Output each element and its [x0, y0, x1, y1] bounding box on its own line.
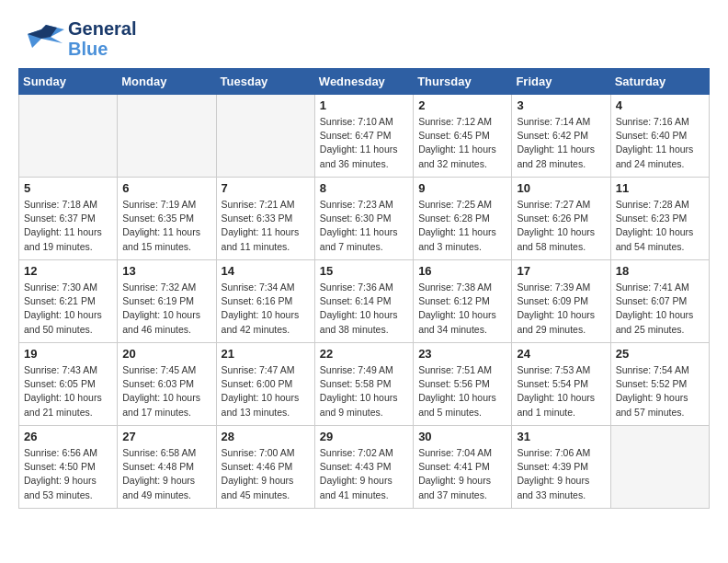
calendar-cell: 2Sunrise: 7:12 AM Sunset: 6:45 PM Daylig… [414, 95, 512, 178]
day-number: 20 [122, 347, 210, 361]
calendar-cell: 9Sunrise: 7:25 AM Sunset: 6:28 PM Daylig… [414, 178, 512, 260]
day-info: Sunrise: 7:04 AM Sunset: 4:41 PM Dayligh… [418, 446, 506, 502]
day-number: 15 [320, 264, 408, 278]
calendar-cell: 13Sunrise: 7:32 AM Sunset: 6:19 PM Dayli… [118, 260, 216, 343]
logo-blue: Blue [68, 39, 136, 59]
day-number: 16 [418, 264, 506, 278]
day-number: 19 [24, 347, 112, 361]
day-number: 17 [517, 264, 605, 278]
calendar-cell: 23Sunrise: 7:51 AM Sunset: 5:56 PM Dayli… [414, 343, 512, 426]
day-of-week-header: Friday [512, 69, 610, 95]
day-info: Sunrise: 7:41 AM Sunset: 6:07 PM Dayligh… [616, 281, 704, 337]
day-number: 24 [517, 347, 605, 361]
calendar-table: SundayMondayTuesdayWednesdayThursdayFrid… [18, 68, 710, 509]
calendar-cell: 18Sunrise: 7:41 AM Sunset: 6:07 PM Dayli… [610, 260, 709, 343]
day-info: Sunrise: 7:47 AM Sunset: 6:00 PM Dayligh… [222, 363, 310, 419]
day-number: 29 [320, 430, 408, 443]
calendar-cell: 14Sunrise: 7:34 AM Sunset: 6:16 PM Dayli… [216, 260, 314, 343]
day-number: 30 [418, 430, 506, 443]
day-info: Sunrise: 7:30 AM Sunset: 6:21 PM Dayligh… [24, 281, 112, 337]
day-info: Sunrise: 7:27 AM Sunset: 6:26 PM Dayligh… [517, 198, 605, 254]
day-number: 21 [222, 347, 310, 361]
calendar-cell: 15Sunrise: 7:36 AM Sunset: 6:14 PM Dayli… [314, 260, 413, 343]
day-number: 22 [320, 347, 408, 361]
day-of-week-header: Tuesday [216, 69, 314, 95]
day-of-week-header: Saturday [610, 69, 709, 95]
calendar-cell: 27Sunrise: 6:58 AM Sunset: 4:48 PM Dayli… [118, 426, 216, 509]
day-info: Sunrise: 7:45 AM Sunset: 6:03 PM Dayligh… [122, 363, 210, 419]
day-info: Sunrise: 7:19 AM Sunset: 6:35 PM Dayligh… [122, 198, 210, 254]
day-info: Sunrise: 7:43 AM Sunset: 6:05 PM Dayligh… [24, 363, 112, 419]
calendar-cell: 8Sunrise: 7:23 AM Sunset: 6:30 PM Daylig… [314, 178, 413, 260]
day-info: Sunrise: 6:56 AM Sunset: 4:50 PM Dayligh… [24, 446, 112, 502]
calendar-cell [216, 95, 314, 178]
calendar-cell: 16Sunrise: 7:38 AM Sunset: 6:12 PM Dayli… [414, 260, 512, 343]
day-info: Sunrise: 7:28 AM Sunset: 6:23 PM Dayligh… [616, 198, 704, 254]
calendar-cell: 19Sunrise: 7:43 AM Sunset: 6:05 PM Dayli… [19, 343, 118, 426]
calendar-cell [118, 95, 216, 178]
day-number: 8 [320, 181, 408, 195]
day-of-week-header: Wednesday [314, 69, 413, 95]
day-info: Sunrise: 7:21 AM Sunset: 6:33 PM Dayligh… [222, 198, 310, 254]
calendar-cell: 22Sunrise: 7:49 AM Sunset: 5:58 PM Dayli… [314, 343, 413, 426]
calendar-cell: 26Sunrise: 6:56 AM Sunset: 4:50 PM Dayli… [19, 426, 118, 509]
calendar-cell: 31Sunrise: 7:06 AM Sunset: 4:39 PM Dayli… [512, 426, 610, 509]
day-info: Sunrise: 7:25 AM Sunset: 6:28 PM Dayligh… [418, 198, 506, 254]
day-info: Sunrise: 7:02 AM Sunset: 4:43 PM Dayligh… [320, 446, 408, 502]
calendar-cell: 20Sunrise: 7:45 AM Sunset: 6:03 PM Dayli… [118, 343, 216, 426]
calendar-cell: 29Sunrise: 7:02 AM Sunset: 4:43 PM Dayli… [314, 426, 413, 509]
day-number: 26 [24, 430, 112, 443]
day-info: Sunrise: 7:34 AM Sunset: 6:16 PM Dayligh… [222, 281, 310, 337]
day-number: 10 [517, 181, 605, 195]
calendar-cell: 30Sunrise: 7:04 AM Sunset: 4:41 PM Dayli… [414, 426, 512, 509]
day-number: 27 [122, 430, 210, 443]
day-info: Sunrise: 6:58 AM Sunset: 4:48 PM Dayligh… [122, 446, 210, 502]
day-number: 2 [418, 98, 506, 112]
day-info: Sunrise: 7:14 AM Sunset: 6:42 PM Dayligh… [517, 115, 605, 171]
day-of-week-header: Sunday [19, 69, 118, 95]
calendar-cell: 1Sunrise: 7:10 AM Sunset: 6:47 PM Daylig… [314, 95, 413, 178]
day-info: Sunrise: 7:23 AM Sunset: 6:30 PM Dayligh… [320, 198, 408, 254]
day-number: 25 [616, 347, 704, 361]
logo-general: General [68, 18, 136, 39]
day-number: 1 [320, 98, 408, 112]
calendar-cell: 6Sunrise: 7:19 AM Sunset: 6:35 PM Daylig… [118, 178, 216, 260]
calendar-cell: 3Sunrise: 7:14 AM Sunset: 6:42 PM Daylig… [512, 95, 610, 178]
day-info: Sunrise: 7:51 AM Sunset: 5:56 PM Dayligh… [418, 363, 506, 419]
calendar-cell: 7Sunrise: 7:21 AM Sunset: 6:33 PM Daylig… [216, 178, 314, 260]
day-number: 23 [418, 347, 506, 361]
calendar-cell: 11Sunrise: 7:28 AM Sunset: 6:23 PM Dayli… [610, 178, 709, 260]
day-info: Sunrise: 7:53 AM Sunset: 5:54 PM Dayligh… [517, 363, 605, 419]
day-of-week-header: Monday [118, 69, 216, 95]
calendar-cell: 12Sunrise: 7:30 AM Sunset: 6:21 PM Dayli… [19, 260, 118, 343]
day-info: Sunrise: 7:36 AM Sunset: 6:14 PM Dayligh… [320, 281, 408, 337]
day-number: 6 [122, 181, 210, 195]
day-info: Sunrise: 7:00 AM Sunset: 4:46 PM Dayligh… [222, 446, 310, 502]
day-info: Sunrise: 7:39 AM Sunset: 6:09 PM Dayligh… [517, 281, 605, 337]
calendar-cell [19, 95, 118, 178]
day-info: Sunrise: 7:06 AM Sunset: 4:39 PM Dayligh… [517, 446, 605, 502]
calendar-cell: 24Sunrise: 7:53 AM Sunset: 5:54 PM Dayli… [512, 343, 610, 426]
day-number: 9 [418, 181, 506, 195]
calendar-cell [610, 426, 709, 509]
logo: General Blue [18, 18, 136, 59]
day-info: Sunrise: 7:38 AM Sunset: 6:12 PM Dayligh… [418, 281, 506, 337]
calendar-cell: 10Sunrise: 7:27 AM Sunset: 6:26 PM Dayli… [512, 178, 610, 260]
day-info: Sunrise: 7:54 AM Sunset: 5:52 PM Dayligh… [616, 363, 704, 419]
logo-icon [18, 20, 64, 57]
day-number: 5 [24, 181, 112, 195]
day-info: Sunrise: 7:18 AM Sunset: 6:37 PM Dayligh… [24, 198, 112, 254]
day-info: Sunrise: 7:12 AM Sunset: 6:45 PM Dayligh… [418, 115, 506, 171]
day-number: 13 [122, 264, 210, 278]
day-info: Sunrise: 7:16 AM Sunset: 6:40 PM Dayligh… [616, 115, 704, 171]
day-info: Sunrise: 7:10 AM Sunset: 6:47 PM Dayligh… [320, 115, 408, 171]
day-number: 28 [222, 430, 310, 443]
day-number: 31 [517, 430, 605, 443]
day-number: 3 [517, 98, 605, 112]
calendar-cell: 4Sunrise: 7:16 AM Sunset: 6:40 PM Daylig… [610, 95, 709, 178]
day-of-week-header: Thursday [414, 69, 512, 95]
calendar-cell: 25Sunrise: 7:54 AM Sunset: 5:52 PM Dayli… [610, 343, 709, 426]
calendar-cell: 5Sunrise: 7:18 AM Sunset: 6:37 PM Daylig… [19, 178, 118, 260]
day-number: 12 [24, 264, 112, 278]
day-number: 14 [222, 264, 310, 278]
